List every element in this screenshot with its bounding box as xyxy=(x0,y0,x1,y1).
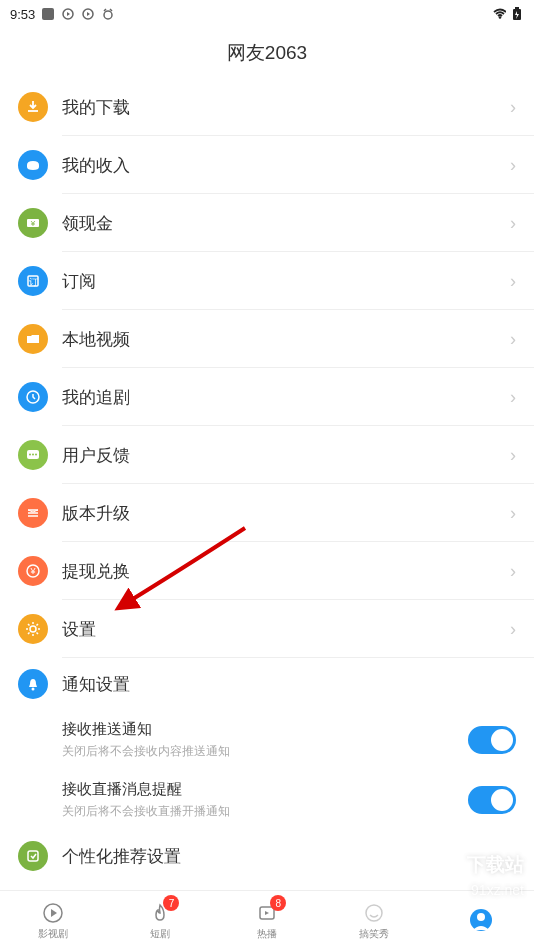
sub-desc: 关闭后将不会接收直播开播通知 xyxy=(62,803,468,820)
upgrade-icon xyxy=(18,498,48,528)
sub-desc: 关闭后将不会接收内容推送通知 xyxy=(62,743,468,760)
badge: 8 xyxy=(270,895,286,911)
chevron-right-icon: › xyxy=(510,155,516,176)
row-settings[interactable]: 设置 › xyxy=(0,600,534,658)
nav-hot[interactable]: 8 热播 xyxy=(214,891,321,950)
battery-icon xyxy=(510,7,524,21)
watermark-text-2: 91xz.net xyxy=(471,882,524,898)
badge: 7 xyxy=(163,895,179,911)
bell-icon xyxy=(18,669,48,699)
nav-label: 热播 xyxy=(257,927,277,941)
page-title: 网友2063 xyxy=(0,28,534,78)
row-subscribe[interactable]: 订 订阅 › xyxy=(0,252,534,310)
sub-title: 接收推送通知 xyxy=(62,720,468,739)
subscribe-icon: 订 xyxy=(18,266,48,296)
nav-label: 短剧 xyxy=(150,927,170,941)
svg-point-25 xyxy=(477,913,485,921)
chevron-right-icon: › xyxy=(510,445,516,466)
folder-icon xyxy=(18,324,48,354)
clock-icon xyxy=(18,382,48,412)
row-label: 个性化推荐设置 xyxy=(62,845,516,868)
row-my-income[interactable]: 我的收入 › xyxy=(0,136,534,194)
nav-movies[interactable]: 影视剧 xyxy=(0,891,107,950)
personalize-icon xyxy=(18,841,48,871)
row-push-notification: 接收推送通知 关闭后将不会接收内容推送通知 xyxy=(0,710,534,770)
row-my-series[interactable]: 我的追剧 › xyxy=(0,368,534,426)
wifi-icon xyxy=(492,7,506,21)
svg-point-19 xyxy=(32,688,35,691)
bottom-nav: 影视剧 7 短剧 8 热播 搞笑秀 xyxy=(0,890,534,950)
row-live-notification: 接收直播消息提醒 关闭后将不会接收直播开播通知 xyxy=(0,770,534,830)
svg-point-3 xyxy=(104,11,112,19)
row-personalization-settings[interactable]: 个性化推荐设置 xyxy=(0,830,534,882)
svg-point-13 xyxy=(29,454,31,456)
svg-rect-0 xyxy=(42,8,54,20)
app-icon-3 xyxy=(81,7,95,21)
live-toggle[interactable] xyxy=(468,786,516,814)
chevron-right-icon: › xyxy=(510,271,516,292)
svg-point-14 xyxy=(32,454,34,456)
chevron-right-icon: › xyxy=(510,329,516,350)
row-label: 领现金 xyxy=(62,212,510,235)
row-upgrade[interactable]: 版本升级 › xyxy=(0,484,534,542)
nav-label: 搞笑秀 xyxy=(359,927,389,941)
nav-short[interactable]: 7 短剧 xyxy=(107,891,214,950)
nav-user[interactable] xyxy=(427,891,534,950)
row-label: 用户反馈 xyxy=(62,444,510,467)
row-label: 本地视频 xyxy=(62,328,510,351)
gear-icon xyxy=(18,614,48,644)
chevron-right-icon: › xyxy=(510,503,516,524)
watermark-text-1: 下载站 xyxy=(467,852,524,878)
svg-text:¥: ¥ xyxy=(29,566,36,576)
push-toggle[interactable] xyxy=(468,726,516,754)
nav-funny[interactable]: 搞笑秀 xyxy=(320,891,427,950)
row-notification-settings[interactable]: 通知设置 xyxy=(0,658,534,710)
app-icon-2 xyxy=(61,7,75,21)
row-local-video[interactable]: 本地视频 › xyxy=(0,310,534,368)
status-time: 9:53 xyxy=(10,7,35,22)
svg-point-4 xyxy=(499,16,502,19)
chevron-right-icon: › xyxy=(510,97,516,118)
nav-label: 影视剧 xyxy=(38,927,68,941)
user-icon xyxy=(469,908,493,932)
row-label: 版本升级 xyxy=(62,502,510,525)
cash-icon: ¥ xyxy=(18,208,48,238)
chevron-right-icon: › xyxy=(510,561,516,582)
svg-text:订: 订 xyxy=(29,277,38,287)
row-label: 我的追剧 xyxy=(62,386,510,409)
row-my-downloads[interactable]: 我的下载 › xyxy=(0,78,534,136)
coin-icon: ¥ xyxy=(18,556,48,586)
sub-title: 接收直播消息提醒 xyxy=(62,780,468,799)
feedback-icon xyxy=(18,440,48,470)
svg-rect-6 xyxy=(515,7,519,9)
row-label: 我的下载 xyxy=(62,96,510,119)
row-label: 订阅 xyxy=(62,270,510,293)
row-label: 提现兑换 xyxy=(62,560,510,583)
play-icon xyxy=(41,901,65,925)
income-icon xyxy=(18,150,48,180)
row-withdraw[interactable]: ¥ 提现兑换 › xyxy=(0,542,534,600)
show-icon xyxy=(362,901,386,925)
svg-point-23 xyxy=(366,905,382,921)
chevron-right-icon: › xyxy=(510,619,516,640)
svg-point-18 xyxy=(30,626,36,632)
settings-list: 我的下载 › 我的收入 › ¥ 领现金 › 订 订阅 › 本地视频 › 我的追剧… xyxy=(0,78,534,942)
row-feedback[interactable]: 用户反馈 › xyxy=(0,426,534,484)
download-icon xyxy=(18,92,48,122)
alarm-icon xyxy=(101,7,115,21)
svg-point-15 xyxy=(35,454,37,456)
row-label: 通知设置 xyxy=(62,673,516,696)
row-label: 设置 xyxy=(62,618,510,641)
svg-rect-20 xyxy=(28,851,38,861)
row-label: 我的收入 xyxy=(62,154,510,177)
status-bar: 9:53 xyxy=(0,0,534,28)
row-get-cash[interactable]: ¥ 领现金 › xyxy=(0,194,534,252)
chevron-right-icon: › xyxy=(510,387,516,408)
chevron-right-icon: › xyxy=(510,213,516,234)
app-icon-1 xyxy=(41,7,55,21)
svg-text:¥: ¥ xyxy=(30,219,36,228)
